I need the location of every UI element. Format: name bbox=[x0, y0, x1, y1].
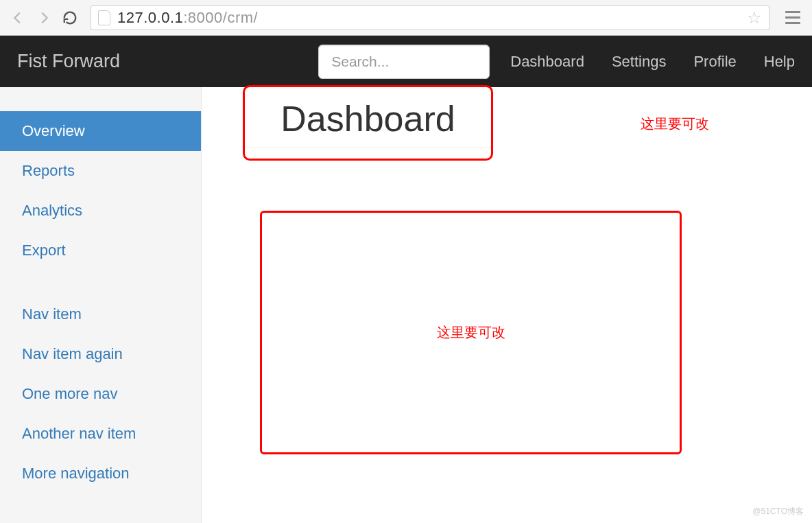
hamburger-menu-button[interactable] bbox=[780, 5, 805, 30]
title-highlight-box: Dashboard bbox=[243, 85, 493, 161]
brand-link[interactable]: Fist Forward bbox=[17, 51, 120, 72]
main-content: Dashboard 这里要可改 这里要可改 bbox=[202, 87, 812, 523]
back-button[interactable] bbox=[7, 7, 29, 29]
reload-button[interactable] bbox=[59, 7, 81, 29]
sidebar-item-analytics[interactable]: Analytics bbox=[0, 191, 201, 231]
watermark: @51CTO博客 bbox=[752, 506, 804, 518]
sidebar-item-nav-3[interactable]: One more nav bbox=[0, 374, 201, 414]
sidebar-item-export[interactable]: Export bbox=[0, 231, 201, 270]
file-icon bbox=[98, 10, 110, 25]
browser-toolbar: 127.0.0.1:8000/crm/ ☆ bbox=[0, 0, 812, 36]
annotation-content: 这里要可改 bbox=[437, 323, 505, 342]
sidebar-item-reports[interactable]: Reports bbox=[0, 151, 201, 191]
search-wrap bbox=[318, 45, 490, 79]
search-input[interactable] bbox=[318, 45, 490, 79]
nav-link-settings[interactable]: Settings bbox=[612, 53, 667, 71]
sidebar-item-nav-5[interactable]: More navigation bbox=[0, 454, 201, 493]
bookmark-star-icon[interactable]: ☆ bbox=[747, 8, 762, 27]
sidebar-item-nav-4[interactable]: Another nav item bbox=[0, 414, 201, 454]
sidebar-item-nav-1[interactable]: Nav item bbox=[0, 294, 201, 334]
content-highlight-box: 这里要可改 bbox=[260, 211, 682, 454]
app-navbar: Fist Forward Dashboard Settings Profile … bbox=[0, 36, 812, 87]
nav-link-dashboard[interactable]: Dashboard bbox=[510, 53, 584, 71]
nav-link-profile[interactable]: Profile bbox=[693, 53, 736, 71]
nav-links: Dashboard Settings Profile Help bbox=[510, 53, 795, 71]
annotation-title: 这里要可改 bbox=[641, 115, 709, 133]
sidebar: Overview Reports Analytics Export Nav it… bbox=[0, 87, 202, 523]
address-bar[interactable]: 127.0.0.1:8000/crm/ ☆ bbox=[91, 5, 769, 30]
sidebar-item-overview[interactable]: Overview bbox=[0, 111, 201, 151]
page-title: Dashboard bbox=[245, 98, 491, 148]
url-text: 127.0.0.1:8000/crm/ bbox=[117, 9, 258, 27]
forward-button[interactable] bbox=[33, 7, 55, 29]
nav-link-help[interactable]: Help bbox=[764, 53, 795, 71]
sidebar-item-nav-2[interactable]: Nav item again bbox=[0, 334, 201, 374]
